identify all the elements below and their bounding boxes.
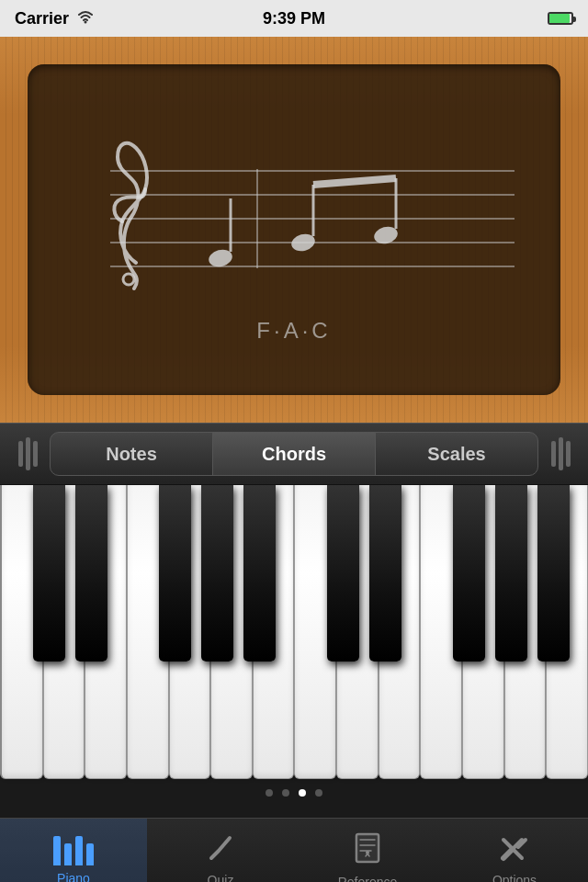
nav-options-label: Options: [492, 873, 537, 883]
bottom-nav: Piano Quiz Reference: [0, 818, 588, 882]
page-dot-1[interactable]: [266, 789, 273, 797]
svg-line-14: [313, 178, 396, 185]
svg-point-17: [366, 851, 369, 854]
page-dot-4[interactable]: [315, 789, 322, 797]
black-key-as4[interactable]: [537, 485, 570, 662]
black-key-cs4[interactable]: [327, 485, 359, 662]
nav-piano-label: Piano: [57, 871, 90, 883]
black-key-fs3[interactable]: [159, 485, 191, 662]
piano-nav-icon: [53, 836, 94, 865]
wifi-icon: [76, 9, 95, 28]
chord-label: F·A·C: [256, 318, 331, 344]
tab-notes[interactable]: Notes: [51, 433, 213, 475]
svg-rect-16: [356, 834, 379, 862]
music-inner: F·A·C: [28, 64, 560, 395]
tab-bar: Notes Chords Scales: [0, 423, 588, 485]
page-dot-2[interactable]: [282, 789, 289, 797]
svg-point-6: [123, 274, 134, 285]
svg-line-20: [503, 851, 511, 858]
reference-icon: [353, 832, 382, 869]
nav-quiz-label: Quiz: [208, 873, 234, 883]
status-right: [548, 12, 573, 25]
black-key-fs4[interactable]: [453, 485, 485, 662]
nav-reference[interactable]: Reference: [294, 819, 441, 882]
tab-scales[interactable]: Scales: [376, 433, 537, 475]
quiz-icon: [206, 834, 235, 867]
nav-reference-label: Reference: [338, 875, 398, 883]
carrier-label: Carrier: [15, 9, 69, 28]
tab-buttons: Notes Chords Scales: [50, 432, 538, 476]
left-arrow[interactable]: [9, 432, 46, 476]
tab-chords[interactable]: Chords: [213, 433, 376, 475]
black-key-ds4[interactable]: [369, 485, 401, 662]
nav-quiz[interactable]: Quiz: [147, 819, 294, 882]
status-left: Carrier: [15, 9, 95, 28]
piano-keys[interactable]: [0, 485, 588, 779]
nav-options[interactable]: Options: [441, 819, 588, 882]
page-dots: [0, 779, 588, 807]
music-display: F·A·C: [0, 37, 588, 423]
staff-svg: [55, 116, 533, 300]
nav-piano[interactable]: Piano: [0, 819, 147, 882]
black-key-gs3[interactable]: [201, 485, 233, 662]
time-display: 9:39 PM: [263, 9, 325, 28]
svg-point-0: [85, 20, 87, 23]
black-key-cs3[interactable]: [33, 485, 65, 662]
black-key-as3[interactable]: [243, 485, 276, 662]
status-bar: Carrier 9:39 PM: [0, 0, 588, 37]
page-dot-3[interactable]: [299, 789, 306, 797]
black-key-ds3[interactable]: [75, 485, 107, 662]
options-icon: [498, 834, 531, 867]
black-key-gs4[interactable]: [495, 485, 527, 662]
right-arrow[interactable]: [542, 432, 579, 476]
battery-icon: [548, 12, 573, 25]
piano-area: [0, 485, 588, 818]
